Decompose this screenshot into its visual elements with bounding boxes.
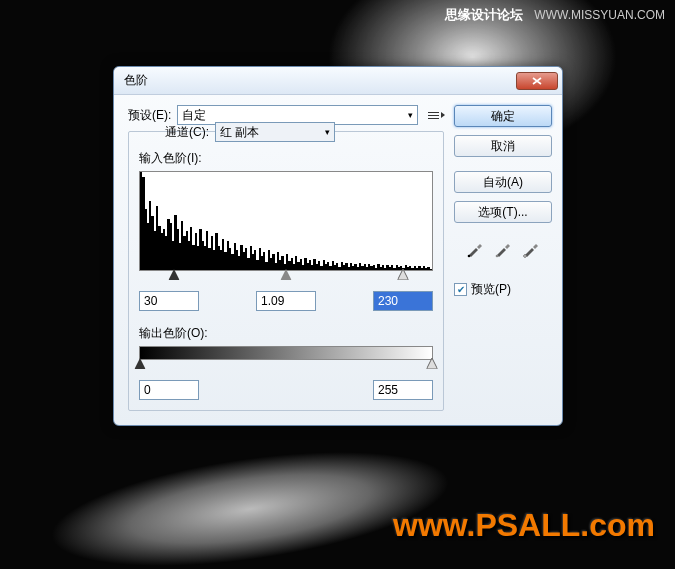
cancel-button[interactable]: 取消 bbox=[454, 135, 552, 157]
chevron-down-icon: ▾ bbox=[325, 127, 330, 137]
input-slider-track[interactable] bbox=[140, 271, 432, 283]
bottom-watermark: www.PSALL.com bbox=[393, 507, 655, 544]
histogram-bars bbox=[140, 172, 432, 270]
eyedropper-row bbox=[454, 239, 552, 259]
output-gradient bbox=[139, 346, 433, 360]
channel-row: 通道(C): 红 副本 ▾ bbox=[165, 122, 433, 142]
close-button[interactable] bbox=[516, 72, 558, 90]
dialog-body: 预设(E): 自定 ▾ 通道(C): 红 副本 ▾ 输入色阶(I): bbox=[114, 95, 562, 425]
input-values-row bbox=[139, 291, 433, 311]
preset-menu-button[interactable] bbox=[424, 107, 444, 123]
titlebar[interactable]: 色阶 bbox=[114, 67, 562, 95]
channel-dropdown[interactable]: 红 副本 ▾ bbox=[215, 122, 335, 142]
svg-point-7 bbox=[524, 255, 527, 258]
out-black-input[interactable] bbox=[139, 380, 199, 400]
svg-marker-3 bbox=[135, 358, 146, 369]
gray-eyedropper[interactable] bbox=[493, 239, 513, 259]
channel-label: 通道(C): bbox=[165, 124, 209, 141]
output-values-row bbox=[139, 380, 433, 400]
watermark-url: WWW.MISSYUAN.COM bbox=[534, 8, 665, 22]
svg-marker-4 bbox=[427, 358, 438, 369]
top-watermark: 思缘设计论坛 WWW.MISSYUAN.COM bbox=[445, 6, 665, 24]
midtone-slider[interactable] bbox=[281, 269, 292, 280]
black-eyedropper[interactable] bbox=[465, 239, 485, 259]
svg-point-5 bbox=[468, 255, 471, 258]
right-panel: 确定 取消 自动(A) 选项(T)... ✔ 预览(P) bbox=[454, 105, 552, 411]
ok-button[interactable]: 确定 bbox=[454, 105, 552, 127]
svg-marker-1 bbox=[281, 269, 292, 280]
histogram bbox=[139, 171, 433, 271]
left-panel: 预设(E): 自定 ▾ 通道(C): 红 副本 ▾ 输入色阶(I): bbox=[128, 105, 444, 411]
shadow-input[interactable] bbox=[139, 291, 199, 311]
output-levels-label: 输出色阶(O): bbox=[139, 325, 433, 342]
input-levels-label: 输入色阶(I): bbox=[139, 150, 433, 167]
output-slider-track[interactable] bbox=[140, 360, 432, 372]
levels-groupbox: 通道(C): 红 副本 ▾ 输入色阶(I): bbox=[128, 131, 444, 411]
preset-value: 自定 bbox=[182, 107, 206, 124]
highlight-slider[interactable] bbox=[398, 269, 409, 280]
channel-value: 红 副本 bbox=[220, 124, 259, 141]
midtone-input[interactable] bbox=[256, 291, 316, 311]
out-white-slider[interactable] bbox=[427, 358, 438, 369]
preset-label: 预设(E): bbox=[128, 107, 171, 124]
svg-marker-0 bbox=[169, 269, 180, 280]
close-icon bbox=[532, 77, 542, 85]
out-white-input[interactable] bbox=[373, 380, 433, 400]
svg-point-6 bbox=[496, 255, 499, 258]
white-eyedropper[interactable] bbox=[521, 239, 541, 259]
out-black-slider[interactable] bbox=[135, 358, 146, 369]
preview-row: ✔ 预览(P) bbox=[454, 281, 552, 298]
preview-label: 预览(P) bbox=[471, 281, 511, 298]
svg-marker-2 bbox=[398, 269, 409, 280]
shadow-slider[interactable] bbox=[169, 269, 180, 280]
dialog-title: 色阶 bbox=[124, 72, 516, 89]
highlight-input[interactable] bbox=[373, 291, 433, 311]
watermark-site: 思缘设计论坛 bbox=[445, 7, 523, 22]
chevron-down-icon: ▾ bbox=[408, 110, 413, 120]
levels-dialog: 色阶 预设(E): 自定 ▾ 通道(C): 红 副本 bbox=[113, 66, 563, 426]
auto-button[interactable]: 自动(A) bbox=[454, 171, 552, 193]
options-button[interactable]: 选项(T)... bbox=[454, 201, 552, 223]
preview-checkbox[interactable]: ✔ bbox=[454, 283, 467, 296]
